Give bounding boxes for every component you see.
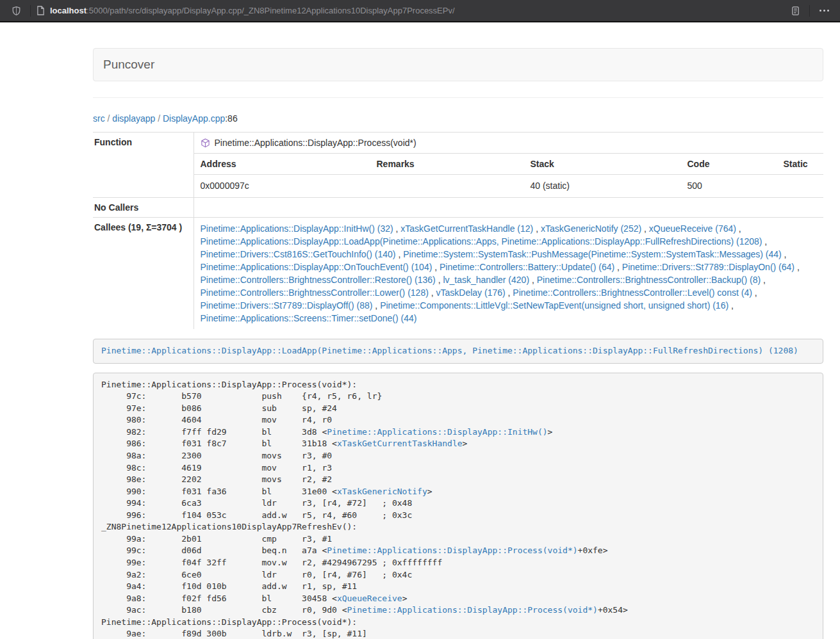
symbol-link[interactable]: Pinetime::Applications::DisplayApp::Proc… (327, 546, 577, 555)
remarks-value (370, 175, 524, 198)
callee-link[interactable]: Pinetime::Applications::DisplayApp::Load… (201, 236, 762, 247)
callee-link[interactable]: xQueueReceive (764) (649, 223, 736, 234)
col-code: Code (681, 154, 777, 175)
static-value (777, 175, 824, 198)
col-stack: Stack (524, 154, 681, 175)
function-label: Function (93, 133, 194, 198)
callee-link[interactable]: Pinetime::Applications::DisplayApp::OnTo… (201, 262, 432, 272)
breadcrumb-separator: / (155, 113, 163, 124)
url-host: localhost (50, 6, 86, 15)
callee-link[interactable]: Pinetime::Controllers::BrightnessControl… (201, 275, 436, 285)
callee-link[interactable]: lv_task_handler (420) (443, 275, 529, 285)
callee-link[interactable]: Pinetime::Controllers::BrightnessControl… (537, 275, 761, 285)
callees-list: Pinetime::Applications::DisplayApp::Init… (194, 218, 823, 330)
loadapp-symbol-link[interactable]: Pinetime::Applications::DisplayApp::Load… (101, 346, 798, 355)
symbol-link[interactable]: xTaskGenericNotify (337, 487, 427, 496)
breadcrumb: src / displayapp / DisplayApp.cpp:86 (93, 113, 823, 124)
callee-link[interactable]: Pinetime::Drivers::St7789::DisplayOff() … (201, 300, 373, 311)
breadcrumb-line-number: :86 (225, 113, 237, 124)
url-bar[interactable]: localhost:5000/path/src/displayapp/Displ… (37, 6, 455, 15)
callee-link[interactable]: vTaskDelay (176) (436, 287, 506, 298)
function-detail-table: Address Remarks Stack Code Static 0x0000… (194, 153, 824, 197)
callee-link[interactable]: Pinetime::Applications::Screens::Timer::… (201, 313, 417, 323)
browser-toolbar: localhost:5000/path/src/displayapp/Displ… (0, 0, 840, 22)
col-remarks: Remarks (370, 154, 524, 175)
app-title[interactable]: Puncover (103, 58, 154, 72)
callee-link[interactable]: xTaskGetCurrentTaskHandle (12) (400, 223, 533, 234)
symbol-link[interactable]: xQueueReceive (337, 594, 402, 603)
symbol-link[interactable]: xTaskGetCurrentTaskHandle (337, 439, 463, 448)
url-path: :5000/path/src/displayapp/DisplayApp.cpp… (86, 6, 455, 15)
callee-link[interactable]: Pinetime::Controllers::Battery::Update()… (440, 262, 614, 272)
divider (93, 97, 823, 98)
callee-link[interactable]: Pinetime::System::SystemTask::PushMessag… (403, 249, 782, 259)
address-value: 0x0000097c (194, 175, 370, 198)
reader-mode-icon[interactable] (787, 3, 803, 19)
table-row-callees: Callees (19, Σ=3704 ) Pinetime::Applicat… (93, 218, 823, 330)
symbol-link[interactable]: Pinetime::Applications::DisplayApp::Proc… (347, 605, 598, 615)
function-name: Pinetime::Applications::DisplayApp::Proc… (215, 136, 416, 149)
callee-link[interactable]: Pinetime::Applications::DisplayApp::Init… (201, 223, 393, 234)
col-static: Static (777, 154, 824, 175)
disassembly: Pinetime::Applications::DisplayApp::Proc… (93, 373, 823, 639)
callee-link[interactable]: Pinetime::Drivers::St7789::DisplayOn() (… (622, 262, 795, 272)
callee-link[interactable]: Pinetime::Controllers::BrightnessControl… (201, 287, 429, 298)
callee-link[interactable]: Pinetime::Components::LittleVgl::SetNewT… (380, 300, 729, 311)
breadcrumb-link[interactable]: DisplayApp.cpp (163, 113, 225, 124)
code-value: 500 (681, 175, 777, 198)
symbol-link[interactable]: Pinetime::Applications::DisplayApp::Init… (327, 427, 547, 437)
page-icon (37, 6, 45, 15)
app-title-banner: Puncover (93, 48, 823, 81)
snippet-box: Pinetime::Applications::DisplayApp::Load… (93, 339, 823, 364)
stack-value: 40 (static) (524, 175, 681, 198)
table-row-no-callers: No Callers (93, 198, 823, 218)
symbol-cube-icon (201, 138, 210, 148)
breadcrumb-link[interactable]: src (93, 113, 105, 124)
callee-link[interactable]: Pinetime::Drivers::Cst816S::GetTouchInfo… (201, 249, 396, 259)
breadcrumb-separator: / (105, 113, 113, 124)
toolbar-divider (30, 5, 31, 17)
tracking-shield-icon[interactable] (8, 3, 24, 19)
table-row-function: Function Pinetime::Applications::Display… (93, 133, 823, 198)
function-info-table: Function Pinetime::Applications::Display… (93, 132, 823, 329)
overflow-menu-icon[interactable] (816, 3, 832, 19)
no-callers-label: No Callers (93, 198, 194, 218)
callees-label: Callees (19, Σ=3704 ) (93, 218, 194, 330)
table-row-values: 0x0000097c 40 (static) 500 (194, 175, 824, 198)
callee-link[interactable]: xTaskGenericNotify (252) (541, 223, 641, 234)
col-address: Address (194, 154, 370, 175)
breadcrumb-link[interactable]: displayapp (112, 113, 155, 124)
toolbar-divider (809, 5, 810, 17)
callee-link[interactable]: Pinetime::Controllers::BrightnessControl… (513, 287, 752, 298)
